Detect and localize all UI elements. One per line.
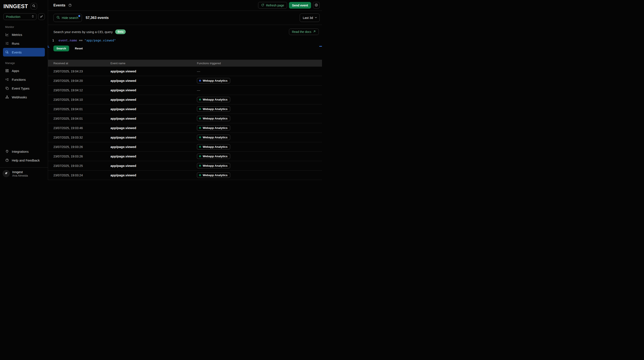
sidebar-item-apps[interactable]: Apps — [3, 66, 45, 75]
sidebar-item-help-and-feedback[interactable]: Help and Feedback — [3, 156, 45, 164]
function-badge[interactable]: Webapp Analytics — [197, 116, 230, 121]
cel-panel-title: Search your events by using a CEL query — [54, 30, 112, 34]
send-event-button[interactable]: Send event — [289, 2, 311, 9]
function-badge-label: Webapp Analytics — [203, 107, 228, 111]
cell-event-name: app/page.viewed — [110, 154, 197, 158]
table-row[interactable]: 23/07/2025, 19:04:12app/page.viewed— — [48, 85, 322, 95]
cell-functions-triggered: Webapp Analytics — [197, 106, 322, 112]
hide-search-button[interactable]: Hide search — [54, 14, 82, 22]
time-range-select[interactable]: Last 3d — [300, 14, 320, 22]
functions-icon — [5, 78, 9, 81]
column-header-received-at: Received at — [54, 62, 110, 65]
cell-event-name: app/page.viewed — [110, 107, 197, 111]
table-row[interactable]: 23/07/2025, 19:04:01app/page.viewedWebap… — [48, 104, 322, 114]
cell-received-at: 23/07/2025, 19:04:23 — [54, 70, 110, 73]
table-header: Received at Event name Functions trigger… — [48, 60, 322, 67]
event-keys-button[interactable] — [38, 13, 45, 20]
beta-badge: Beta — [115, 30, 126, 34]
webhooks-icon — [5, 95, 9, 99]
table-row[interactable]: 23/07/2025, 19:03:46app/page.viewedWebap… — [48, 123, 322, 133]
sidebar-item-functions[interactable]: Functions — [3, 75, 45, 84]
table-row[interactable]: 23/07/2025, 19:03:26app/page.viewedWebap… — [48, 142, 322, 152]
function-badge[interactable]: Webapp Analytics — [197, 153, 230, 159]
function-status-dot-green — [199, 155, 201, 157]
table-row[interactable]: 23/07/2025, 19:03:26app/page.viewedWebap… — [48, 152, 322, 161]
cell-functions-triggered: Webapp Analytics — [197, 78, 322, 83]
table-row[interactable]: 23/07/2025, 19:03:32app/page.viewedWebap… — [48, 133, 322, 142]
sidebar-item-metrics[interactable]: Metrics — [3, 30, 45, 39]
settings-button[interactable] — [313, 2, 320, 9]
user-menu[interactable]: Inngest Ana Almeida — [0, 167, 48, 180]
sidebar: INNGEST Production — [0, 0, 48, 180]
sidebar-item-webhooks[interactable]: Webhooks — [3, 93, 45, 101]
sidebar-top: INNGEST Production — [0, 0, 48, 20]
function-badge[interactable]: Webapp Analytics — [197, 97, 230, 102]
metrics-icon — [5, 33, 9, 37]
sidebar-search-button[interactable] — [31, 3, 37, 10]
no-function-dash: — — [197, 88, 200, 92]
editor-line-number: 1 — [51, 39, 54, 42]
table-row[interactable]: 23/07/2025, 19:04:20app/page.viewedWebap… — [48, 76, 322, 85]
cell-received-at: 23/07/2025, 19:03:26 — [54, 155, 110, 158]
sidebar-item-label: Event Types — [12, 87, 30, 90]
sidebar-item-event-types[interactable]: Event Types — [3, 84, 45, 93]
read-the-docs-label: Read the docs — [292, 30, 311, 34]
filter-bar: Hide search 57,363 events Last 3d — [48, 11, 322, 25]
sidebar-item-label: Webhooks — [12, 95, 27, 99]
cel-search-panel: Search your events by using a CEL query … — [48, 25, 322, 60]
search-icon — [56, 16, 60, 20]
hide-search-label: Hide search — [62, 16, 78, 20]
section-label-manage: Manage — [5, 62, 45, 65]
environment-selector[interactable]: Production — [4, 13, 36, 20]
search-button[interactable]: Search — [54, 46, 69, 51]
inngest-logo: INNGEST — [4, 3, 28, 10]
sidebar-item-integrations[interactable]: Integrations — [3, 147, 45, 156]
table-row[interactable]: 23/07/2025, 19:03:25app/page.viewedWebap… — [48, 161, 322, 170]
function-badge[interactable]: Webapp Analytics — [197, 106, 230, 112]
cell-event-name: app/page.viewed — [110, 164, 197, 167]
table-row[interactable]: 23/07/2025, 19:03:24app/page.viewedWebap… — [48, 170, 322, 180]
editor-cursor-mark-right — [319, 46, 322, 47]
sidebar-item-label: Metrics — [12, 33, 22, 37]
page-header: Events Refresh page Send event — [48, 0, 322, 11]
cell-event-name: app/page.viewed — [110, 135, 197, 139]
settings-nut-icon — [314, 3, 318, 8]
editor-cursor-mark-left — [48, 46, 49, 48]
function-badge-label: Webapp Analytics — [203, 126, 228, 129]
function-badge[interactable]: Webapp Analytics — [197, 172, 230, 178]
chevrons-up-down-icon — [31, 15, 34, 19]
time-range-value: Last 3d — [303, 16, 313, 20]
cel-query-editor[interactable]: 1 event.name == "app/page.viewed" — [51, 39, 319, 42]
function-status-dot-green — [199, 174, 201, 176]
sidebar-item-runs[interactable]: Runs — [3, 39, 45, 48]
help-circle-icon[interactable] — [68, 4, 72, 7]
sidebar-item-label: Integrations — [12, 150, 28, 153]
events-icon — [5, 50, 9, 54]
table-row[interactable]: 23/07/2025, 19:04:10app/page.viewedWebap… — [48, 95, 322, 104]
table-row[interactable]: 23/07/2025, 19:04:01app/page.viewedWebap… — [48, 114, 322, 123]
function-badge[interactable]: Webapp Analytics — [197, 135, 230, 140]
sidebar-item-label: Functions — [12, 78, 26, 81]
cell-functions-triggered: Webapp Analytics — [197, 144, 322, 149]
read-the-docs-button[interactable]: Read the docs — [289, 29, 319, 35]
avatar — [2, 170, 10, 177]
reset-button[interactable]: Reset — [75, 47, 83, 50]
chevron-down-icon — [314, 16, 317, 20]
function-badge[interactable]: Webapp Analytics — [197, 125, 230, 131]
user-org: Inngest — [12, 170, 28, 174]
function-badge-label: Webapp Analytics — [203, 136, 228, 139]
refresh-page-button[interactable]: Refresh page — [258, 2, 287, 9]
function-status-dot-green — [199, 127, 201, 129]
integrations-icon — [5, 149, 9, 153]
cell-received-at: 23/07/2025, 19:04:01 — [54, 107, 110, 111]
cell-received-at: 23/07/2025, 19:03:24 — [54, 173, 110, 177]
table-row[interactable]: 23/07/2025, 19:04:23app/page.viewed— — [48, 67, 322, 76]
sidebar-item-events[interactable]: Events — [3, 48, 45, 57]
function-badge-label: Webapp Analytics — [203, 155, 228, 158]
cell-received-at: 23/07/2025, 19:03:46 — [54, 126, 110, 130]
function-badge[interactable]: Webapp Analytics — [197, 78, 230, 83]
function-badge[interactable]: Webapp Analytics — [197, 163, 230, 168]
sidebar-nav: MonitorMetricsRunsEventsManageAppsFuncti… — [0, 20, 48, 102]
cell-event-name: app/page.viewed — [110, 117, 197, 120]
function-badge[interactable]: Webapp Analytics — [197, 144, 230, 149]
